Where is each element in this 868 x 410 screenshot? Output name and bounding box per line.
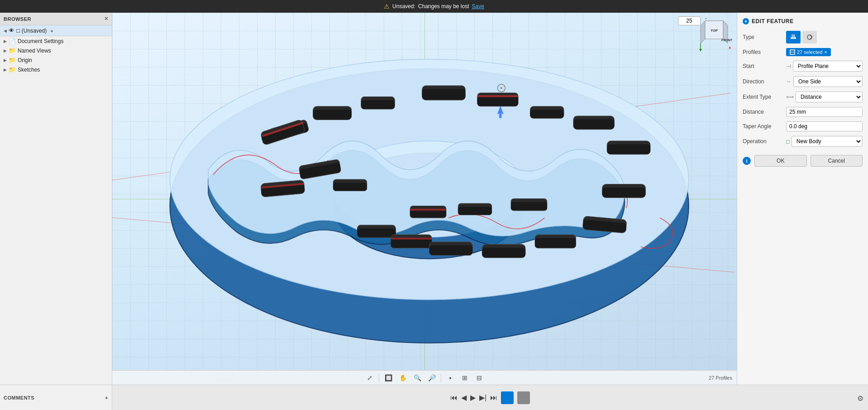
ok-button[interactable]: OK [754, 155, 807, 167]
operation-select[interactable]: New Body [792, 136, 863, 147]
svg-rect-56 [791, 37, 796, 39]
svg-rect-48 [410, 209, 446, 211]
unsaved-label: Unsaved: [392, 3, 415, 10]
skip-end-button[interactable]: ⏭ [490, 394, 497, 402]
sidebar: BROWSER ✕ ◀ 👁 □ (Unsaved) ● ▶ 📄 Document… [0, 13, 112, 385]
svg-rect-35 [482, 248, 525, 257]
arrow-icon: ▶ [4, 68, 7, 72]
type-value [786, 31, 863, 43]
display-mode-button[interactable]: ▪ [444, 371, 457, 384]
arrow-icon: ▶ [4, 58, 7, 63]
sidebar-item-label: Document Settings [18, 38, 63, 44]
profiles-label: Profiles [743, 49, 782, 55]
zoom-button[interactable]: 🔍 [411, 371, 424, 384]
taper-label: Taper Angle [743, 123, 782, 130]
doc-settings-icon: 📄 [9, 38, 16, 44]
extent-type-icon: ⟺ [786, 94, 794, 100]
extent-type-row: Extent Type ⟺ Distance [743, 92, 863, 102]
svg-point-55 [501, 87, 502, 89]
sidebar-item-sketches[interactable]: ▶ 📁 Sketches [0, 65, 112, 74]
edit-feature-icon: ● [743, 18, 749, 24]
eye-icon[interactable]: 👁 [9, 27, 14, 34]
svg-rect-57 [792, 34, 795, 37]
distance-row: Distance [743, 107, 863, 117]
cube-nav-svg: TOP FRONT X [696, 16, 732, 53]
extrude-type-button[interactable] [786, 31, 801, 43]
sidebar-item-origin[interactable]: ▶ 📁 Origin [0, 55, 112, 65]
svg-rect-7 [361, 100, 395, 109]
unsaved-item[interactable]: ◀ 👁 □ (Unsaved) ● [0, 25, 112, 36]
named-views-icon: 📁 [9, 47, 16, 54]
fit-view-button[interactable]: ⤢ [363, 371, 376, 384]
start-icon: ⊣ [786, 63, 791, 70]
unsaved-warning: ⚠ Unsaved: Changes may be lost Save [384, 3, 484, 10]
distance-input[interactable] [786, 107, 863, 117]
svg-rect-28 [357, 228, 396, 237]
extent-type-value: ⟺ Distance [786, 92, 863, 102]
start-label: Start [743, 63, 782, 69]
taper-input[interactable] [786, 121, 863, 131]
type-row: Type [743, 31, 863, 43]
settings-button[interactable]: ⚙ [857, 394, 863, 403]
origin-icon: 📁 [9, 57, 16, 63]
comments-panel: COMMENTS + [0, 385, 112, 410]
profiles-count: 27 Profiles [709, 375, 732, 381]
start-select[interactable]: Profile Plane [793, 61, 863, 72]
sidebar-item-label: Origin [18, 57, 32, 63]
svg-text:X: X [729, 46, 731, 50]
profiles-badge[interactable]: 27 selected × [786, 48, 831, 56]
form-footer: i OK Cancel [743, 155, 863, 167]
sidebar-item-named-views[interactable]: ▶ 📁 Named Views [0, 46, 112, 55]
orbit-button[interactable]: 🔲 [382, 371, 395, 384]
timeline-keyframe-2[interactable] [517, 391, 530, 404]
sidebar-item-document-settings[interactable]: ▶ 📄 Document Settings [0, 36, 112, 46]
extent-type-label: Extent Type [743, 94, 782, 100]
browser-header: BROWSER ✕ [0, 13, 112, 25]
sidebar-item-label: Named Views [18, 48, 51, 54]
extent-type-select[interactable]: Distance [796, 92, 863, 102]
info-icon[interactable]: i [743, 157, 751, 165]
svg-rect-50 [458, 207, 491, 215]
edit-feature-title: EDIT FEATURE [752, 18, 793, 24]
direction-icon: ↔ [786, 78, 792, 85]
svg-marker-69 [699, 49, 702, 52]
sketches-icon: 📁 [9, 66, 16, 73]
svg-rect-9 [422, 89, 466, 99]
save-button[interactable]: Save [472, 3, 484, 10]
play-button[interactable]: ▶ [470, 393, 476, 402]
profiles-row: Profiles 27 selected × [743, 48, 863, 56]
warning-icon: ⚠ [384, 3, 390, 10]
model-viewport-svg [112, 13, 737, 385]
comments-label: COMMENTS [4, 395, 34, 400]
timeline-keyframe-1[interactable] [501, 391, 514, 404]
revolve-type-button[interactable] [802, 31, 817, 43]
toolbar-separator [379, 373, 379, 382]
right-panel: ● EDIT FEATURE Type Profiles 27 selected… [737, 13, 868, 385]
svg-rect-45 [333, 183, 367, 190]
zoom-fit-button[interactable]: 🔎 [425, 371, 438, 384]
cancel-button[interactable]: Cancel [811, 155, 863, 167]
arrow-icon: ◀ [4, 29, 7, 33]
comments-add-icon[interactable]: + [105, 395, 108, 400]
direction-select[interactable]: One Side [793, 76, 863, 87]
viewport[interactable]: ⋮ [112, 13, 737, 385]
pan-button[interactable]: ✋ [396, 371, 409, 384]
viewport-bottom-toolbar: ⤢ 🔲 ✋ 🔍 🔎 ▪ ⊞ ⊟ 27 Profiles [112, 370, 737, 385]
operation-row: Operation □ New Body [743, 136, 863, 147]
browser-close-icon[interactable]: ✕ [104, 16, 109, 22]
svg-rect-37 [535, 238, 576, 248]
start-row: Start ⊣ Profile Plane [743, 61, 863, 72]
next-button[interactable]: ▶| [479, 393, 486, 402]
profiles-clear-button[interactable]: × [824, 50, 827, 55]
grid-button[interactable]: ⊞ [458, 371, 471, 384]
distance-value [786, 107, 863, 117]
grid-options-button[interactable]: ⊟ [473, 371, 486, 384]
file-icon: □ [16, 27, 20, 34]
prev-button[interactable]: ◀ [461, 393, 467, 402]
arrow-icon: ▶ [4, 39, 7, 43]
svg-marker-62 [701, 21, 705, 43]
cube-navigator[interactable]: TOP FRONT X [696, 16, 732, 53]
skip-start-button[interactable]: ⏮ [450, 394, 458, 402]
svg-rect-11 [477, 96, 518, 106]
record-icon[interactable]: ● [50, 28, 53, 34]
